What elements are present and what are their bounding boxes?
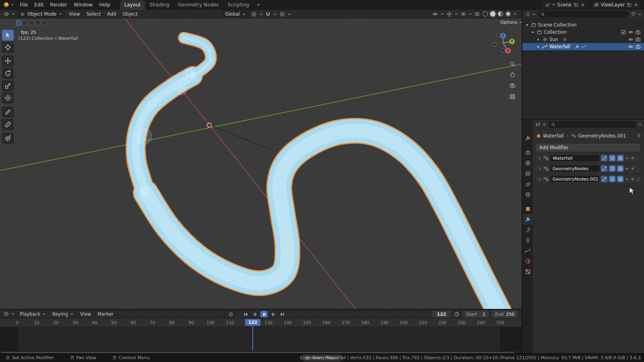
workspace-tab-scripting[interactable]: Scripting <box>223 0 254 10</box>
add-workspace-button[interactable]: + <box>254 0 263 10</box>
ortho-grid-icon[interactable] <box>509 93 516 100</box>
tool-measure[interactable] <box>2 119 14 130</box>
scene-selector[interactable]: Scene <box>543 1 588 8</box>
tool-scale[interactable] <box>2 80 14 91</box>
viewlayer-selector[interactable]: ViewLayer <box>592 1 641 8</box>
overlays-dropdown-icon[interactable] <box>460 11 466 17</box>
next-keyframe-button[interactable] <box>270 311 277 317</box>
tab-texture[interactable] <box>522 266 533 277</box>
frame-end-field[interactable]: End 250 <box>492 311 518 318</box>
realtime-toggle[interactable] <box>609 176 615 182</box>
modifier-extras-icon[interactable] <box>625 156 629 160</box>
visibility-dropdown-icon[interactable] <box>432 11 438 17</box>
pivot-point-icon[interactable] <box>251 11 257 17</box>
menu-help[interactable]: Help <box>96 1 113 9</box>
modifier-name-field[interactable]: GeometryNodes <box>550 165 599 172</box>
gizmos-dropdown-icon[interactable] <box>446 11 452 17</box>
menu-window[interactable]: Window <box>70 1 96 9</box>
tool-move[interactable] <box>2 56 14 66</box>
unlink-scene-icon[interactable] <box>580 2 585 7</box>
workspace-tab-shading[interactable]: Shading <box>145 0 174 10</box>
pause-button[interactable] <box>260 311 268 317</box>
pin-icon[interactable] <box>636 134 641 138</box>
drag-grip-icon[interactable] <box>637 177 640 182</box>
viewport-menu-add[interactable]: Add <box>104 10 119 18</box>
delete-modifier-icon[interactable] <box>630 177 635 181</box>
disclosure-down-icon[interactable] <box>525 23 529 27</box>
tab-render[interactable] <box>522 147 533 158</box>
viewport-canvas[interactable]: fps: 25 (122) Collection | Waterfall Opt… <box>0 19 522 309</box>
tab-world[interactable] <box>522 189 533 200</box>
shading-rendered-button[interactable] <box>506 11 511 16</box>
tool-add-cube[interactable] <box>2 133 14 144</box>
tool-annotate[interactable] <box>2 107 14 117</box>
tool-3d-cursor[interactable] <box>2 42 14 53</box>
camera-view-icon[interactable] <box>509 82 516 89</box>
navigation-gizmo[interactable]: Z Y X <box>490 30 516 56</box>
tool-rotate[interactable] <box>2 68 14 79</box>
shading-material-button[interactable] <box>498 11 503 16</box>
modifier-name-field[interactable]: GeometryNodes.001 <box>550 176 599 182</box>
viewport-menu-view[interactable]: View <box>66 10 83 18</box>
tool-transform[interactable] <box>2 93 14 103</box>
tab-material[interactable] <box>522 256 533 266</box>
gizmo-neg-z[interactable] <box>501 48 505 52</box>
expand-chevron-icon[interactable] <box>537 167 542 171</box>
workspace-tab-layout[interactable]: Layout <box>120 0 145 10</box>
new-scene-icon[interactable] <box>574 2 578 7</box>
select-mode-set[interactable] <box>16 20 21 25</box>
options-dropdown[interactable]: Options <box>500 20 522 25</box>
record-button[interactable] <box>228 311 234 317</box>
remove-viewlayer-icon[interactable] <box>634 2 638 7</box>
proportional-edit-icon[interactable] <box>279 11 285 17</box>
zoom-icon[interactable] <box>509 61 516 67</box>
outliner-search-input[interactable] <box>538 11 629 18</box>
menu-file[interactable]: File <box>17 1 31 9</box>
expand-chevron-icon[interactable] <box>537 156 542 160</box>
modifier-extras-icon[interactable] <box>625 167 629 171</box>
delete-modifier-icon[interactable] <box>630 166 635 171</box>
xray-toggle-icon[interactable] <box>475 11 480 17</box>
tab-output[interactable] <box>522 158 533 168</box>
modifier-name-field[interactable]: Waterfall <box>550 155 599 161</box>
gizmo-neg-x[interactable] <box>496 33 500 37</box>
properties-search-input[interactable] <box>548 121 636 128</box>
timeline-ruler[interactable]: 122 010203040506070809010011012013014015… <box>0 319 522 327</box>
hide-viewport-eye-icon[interactable] <box>628 44 634 49</box>
add-modifier-button[interactable]: Add Modifier <box>535 143 640 152</box>
blender-menu-button[interactable] <box>0 2 17 8</box>
pan-hand-icon[interactable] <box>509 72 516 78</box>
properties-editor-icon[interactable] <box>535 122 541 127</box>
jump-start-button[interactable] <box>243 311 249 317</box>
tab-object-data[interactable] <box>522 245 533 256</box>
disclosure-down-icon[interactable] <box>530 30 535 35</box>
timeline-menu-view[interactable]: View <box>77 311 94 318</box>
outliner-editor-icon[interactable] <box>525 12 530 17</box>
tab-tool[interactable] <box>522 133 533 143</box>
render-toggle[interactable] <box>617 155 623 161</box>
timeline-editor-type-button[interactable] <box>2 311 16 317</box>
frame-start-field[interactable]: Start 1 <box>463 311 489 318</box>
preview-range-clock-icon[interactable] <box>454 311 460 317</box>
tool-select-box[interactable] <box>2 30 14 41</box>
delete-modifier-icon[interactable] <box>630 156 635 160</box>
render-toggle[interactable] <box>617 176 623 182</box>
gizmo-neg-y[interactable] <box>492 43 496 47</box>
jump-end-button[interactable] <box>279 311 285 317</box>
menu-render[interactable]: Render <box>47 1 70 9</box>
transform-orientation-dropdown[interactable]: Global <box>222 10 249 18</box>
viewport-menu-object[interactable]: Object <box>120 10 140 18</box>
edit-mode-toggle[interactable] <box>601 176 607 182</box>
filter-funnel-icon[interactable] <box>631 12 636 17</box>
select-mode-invert[interactable] <box>35 20 41 25</box>
new-viewlayer-icon[interactable] <box>627 2 632 7</box>
menu-edit[interactable]: Edit <box>31 1 47 9</box>
breadcrumb-modifier[interactable]: GeometryNodes.001 <box>578 133 626 139</box>
breadcrumb-object[interactable]: Waterfall <box>543 133 564 139</box>
disclosure-right-icon[interactable] <box>536 37 541 42</box>
shading-wireframe-button[interactable] <box>483 11 488 16</box>
playhead-frame-badge[interactable]: 122 <box>245 319 260 326</box>
render-toggle[interactable] <box>617 165 623 172</box>
tab-physics[interactable] <box>522 224 533 235</box>
disclosure-right-icon[interactable] <box>536 45 541 49</box>
